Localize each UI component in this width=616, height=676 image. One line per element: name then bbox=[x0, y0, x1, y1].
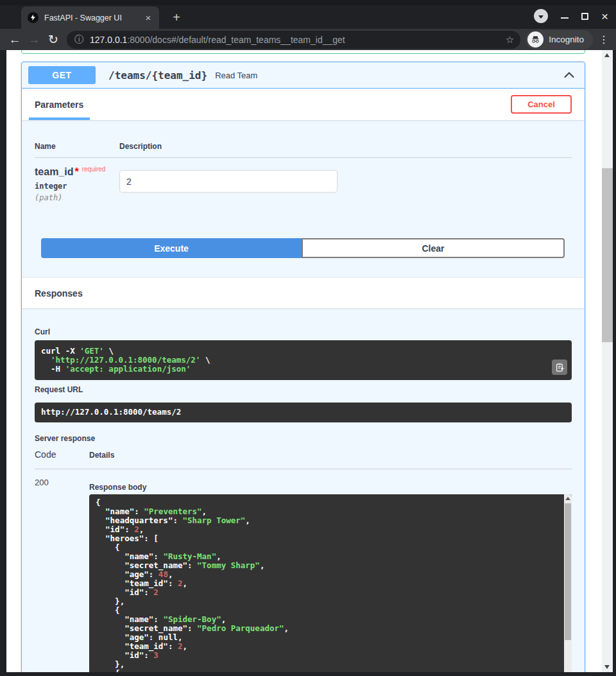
status-code: 200 bbox=[35, 478, 89, 672]
server-response-row: 200 Response body { "name": "Preventers"… bbox=[35, 469, 572, 672]
parameter-location: (path) bbox=[35, 193, 119, 202]
reload-button-icon[interactable]: ↻ bbox=[44, 32, 63, 47]
code-line: "secret_name": "Tommy Sharp", bbox=[96, 561, 565, 570]
endpoint-path: /teams/{team_id} bbox=[108, 69, 207, 82]
window-minimize-button[interactable] bbox=[561, 17, 569, 19]
code-line: "secret_name": "Pedro Parqueador", bbox=[96, 624, 565, 633]
request-url-block: http://127.0.0.1:8000/teams/2 bbox=[35, 403, 572, 422]
column-header-name: Name bbox=[35, 142, 119, 151]
response-details-cell: Response body { "name": "Preventers", "h… bbox=[89, 478, 572, 672]
required-label: required bbox=[82, 166, 106, 173]
code-line: "name": "Spider-Boy", bbox=[96, 615, 565, 624]
window-caret-button[interactable] bbox=[534, 9, 548, 23]
swagger-page: GET /teams/{team_id} Read Team Parameter… bbox=[6, 50, 613, 672]
page-scrollbar-thumb[interactable] bbox=[602, 168, 613, 342]
parameter-type: integer bbox=[35, 182, 119, 191]
url-host: 127.0.0.1 bbox=[90, 35, 127, 45]
column-header-details: Details bbox=[89, 451, 114, 460]
execute-wrapper: Execute Clear bbox=[41, 238, 565, 258]
server-response-label: Server response bbox=[35, 434, 572, 443]
response-body-label: Response body bbox=[89, 483, 572, 492]
code-line: "age": null, bbox=[96, 633, 565, 642]
code-line: { bbox=[96, 543, 565, 552]
tab-parameters[interactable]: Parameters bbox=[35, 100, 83, 110]
parameters-table-head: Name Description bbox=[35, 142, 572, 158]
code-line: 'http://127.0.0.1:8000/teams/2' \ bbox=[41, 356, 565, 365]
response-body-block: { "name": "Preventers", "headquarters": … bbox=[89, 494, 572, 672]
url-path: :8000/docs#/default/read_team_teams__tea… bbox=[127, 35, 345, 45]
parameter-row: team_id*required integer (path) bbox=[35, 158, 572, 202]
team-id-input[interactable] bbox=[119, 170, 338, 193]
code-line: "id": 2 bbox=[96, 588, 565, 597]
active-tab-underline bbox=[29, 117, 90, 120]
response-body-scrollbar[interactable] bbox=[564, 494, 572, 672]
code-line: "headquarters": "Sharp Tower", bbox=[96, 516, 565, 525]
tab-close-icon[interactable]: × bbox=[142, 12, 154, 23]
request-url-label: Request URL bbox=[35, 385, 572, 394]
code-line: curl -X 'GET' \ bbox=[41, 347, 565, 356]
incognito-icon bbox=[527, 31, 543, 48]
required-star: * bbox=[74, 166, 78, 177]
code-line: { bbox=[96, 669, 565, 672]
window-close-button[interactable]: × bbox=[601, 10, 608, 22]
code-line: "team_id": 2, bbox=[96, 579, 565, 588]
collapse-chevron-icon[interactable] bbox=[563, 69, 576, 82]
scroll-up-arrow-icon[interactable] bbox=[565, 497, 570, 500]
browser-tab-strip: FastAPI - Swagger UI × + × bbox=[0, 0, 616, 29]
caret-down-icon bbox=[538, 15, 543, 19]
code-line: "team_id": 2, bbox=[96, 642, 565, 651]
previous-opblock-partial bbox=[21, 50, 585, 54]
forward-button-icon[interactable]: → bbox=[24, 33, 44, 47]
code-line: "name": "Preventers", bbox=[96, 507, 565, 516]
parameter-name: team_id*required bbox=[35, 166, 119, 178]
cancel-button[interactable]: Cancel bbox=[511, 95, 572, 114]
operation-summary[interactable]: GET /teams/{team_id} Read Team bbox=[22, 62, 585, 89]
parameter-value-cell bbox=[119, 166, 338, 202]
parameters-section: Name Description team_id*required intege… bbox=[22, 120, 585, 258]
page-scrollbar[interactable] bbox=[602, 50, 613, 672]
endpoint-summary: Read Team bbox=[215, 71, 563, 80]
code-line: -H 'accept: application/json' bbox=[41, 365, 565, 374]
column-header-description: Description bbox=[119, 142, 162, 151]
response-body-code: { "name": "Preventers", "headquarters": … bbox=[96, 498, 565, 672]
curl-label: Curl bbox=[35, 327, 572, 336]
curl-code: curl -X 'GET' \ 'http://127.0.0.1:8000/t… bbox=[41, 347, 565, 374]
site-info-icon[interactable]: ⓘ bbox=[74, 34, 83, 46]
server-response-table-head: Code Details bbox=[35, 449, 572, 469]
new-tab-button[interactable]: + bbox=[168, 9, 185, 26]
column-header-code: Code bbox=[35, 449, 89, 460]
code-line: "age": 48, bbox=[96, 570, 565, 579]
code-line: "name": "Rusty-Man", bbox=[96, 552, 565, 561]
incognito-label: Incognito bbox=[549, 35, 584, 44]
responses-section-header: Responses bbox=[22, 277, 585, 308]
execute-button[interactable]: Execute bbox=[41, 238, 302, 258]
code-line: { bbox=[96, 606, 565, 615]
code-line: }, bbox=[96, 597, 565, 606]
incognito-badge: Incognito bbox=[526, 30, 593, 49]
fastapi-favicon-icon bbox=[28, 12, 38, 23]
browser-menu-icon[interactable]: ⋮ bbox=[595, 33, 612, 46]
url-text[interactable]: 127.0.0.1:8000/docs#/default/read_team_t… bbox=[90, 35, 501, 45]
tab-title: FastAPI - Swagger UI bbox=[44, 13, 142, 22]
responses-title: Responses bbox=[35, 288, 83, 299]
opblock-get-read-team: GET /teams/{team_id} Read Team Parameter… bbox=[21, 62, 585, 672]
parameters-tab-header: Parameters Cancel bbox=[22, 89, 585, 120]
back-button-icon[interactable]: ← bbox=[5, 33, 24, 47]
code-line: "id": 2, bbox=[96, 525, 565, 534]
copy-to-clipboard-button[interactable] bbox=[552, 360, 567, 375]
window-drag-area bbox=[0, 0, 616, 5]
response-scrollbar-thumb[interactable] bbox=[565, 503, 571, 640]
code-line: "id": 3 bbox=[96, 651, 565, 660]
browser-toolbar: ← → ↻ ⓘ 127.0.0.1:8000/docs#/default/rea… bbox=[0, 29, 616, 50]
window-maximize-button[interactable] bbox=[581, 13, 588, 20]
curl-command-block: curl -X 'GET' \ 'http://127.0.0.1:8000/t… bbox=[35, 340, 572, 380]
bookmark-star-icon[interactable]: ☆ bbox=[506, 34, 514, 46]
responses-content: Curl curl -X 'GET' \ 'http://127.0.0.1:8… bbox=[22, 308, 585, 672]
page-scroll-down-icon[interactable] bbox=[604, 665, 610, 669]
address-bar[interactable]: ⓘ 127.0.0.1:8000/docs#/default/read_team… bbox=[67, 31, 520, 49]
page-scroll-up-icon[interactable] bbox=[604, 53, 610, 57]
clear-button[interactable]: Clear bbox=[302, 238, 565, 258]
code-line: "heroes": [ bbox=[96, 534, 565, 543]
method-badge: GET bbox=[28, 66, 96, 84]
browser-tab[interactable]: FastAPI - Swagger UI × bbox=[21, 6, 159, 29]
